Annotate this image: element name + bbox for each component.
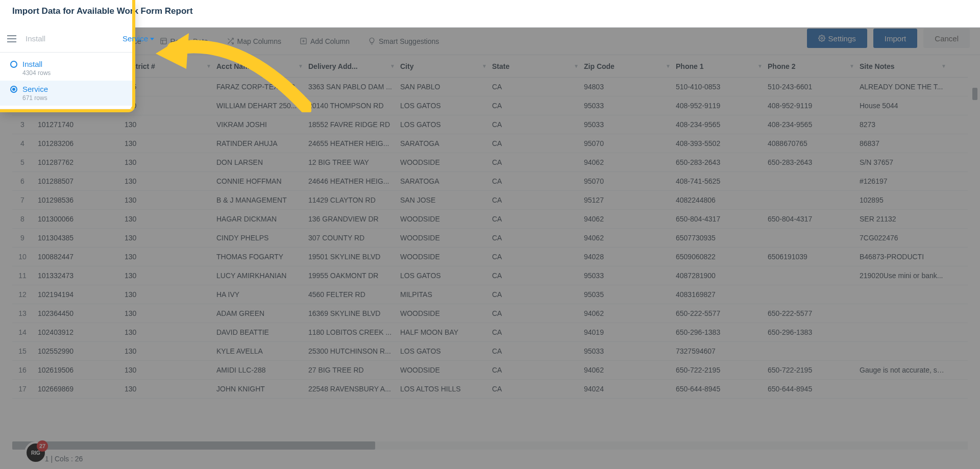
sheet-name: Service [22, 85, 48, 93]
chevron-down-icon [150, 38, 154, 40]
active-sheet-label: Service [122, 34, 148, 43]
sheet-option[interactable]: Service671 rows [0, 81, 132, 106]
radio-icon [10, 61, 17, 68]
sheet-list: Install4304 rowsService671 rows [0, 53, 132, 109]
sheet-option[interactable]: Install4304 rows [0, 56, 132, 81]
radio-icon [10, 86, 17, 93]
sheet-rowcount: 671 rows [22, 94, 48, 102]
sheet-picker-popover: Import Data for Available Work Fo Servic… [0, 0, 134, 111]
modal-title: Import Data for Available Work Form Repo… [0, 0, 980, 28]
popover-title: Import Data for Available Work Fo [0, 0, 132, 25]
hamburger-icon[interactable] [7, 32, 16, 46]
sheet-name: Install [22, 60, 51, 68]
sheet-rowcount: 4304 rows [22, 69, 51, 77]
active-sheet-dropdown[interactable]: Service [122, 34, 154, 43]
sheet-tab-input[interactable] [26, 34, 122, 43]
modal-backdrop [0, 0, 980, 469]
